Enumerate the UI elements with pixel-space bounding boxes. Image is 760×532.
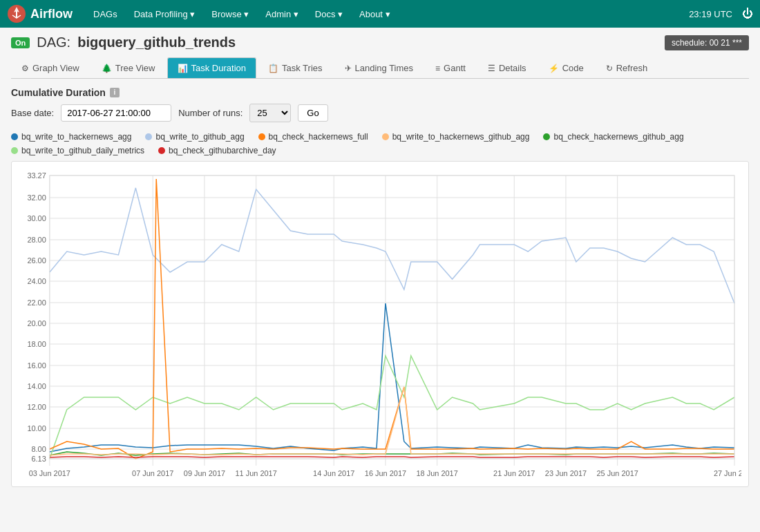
page-content: On DAG: bigquery_github_trends schedule:… [0,28,760,494]
svg-text:16 Jun 2017: 16 Jun 2017 [365,469,406,477]
legend-label-6: bq_write_to_github_daily_metrics [21,146,144,155]
tab-refresh-label: Refresh [616,63,648,73]
task-tries-icon: 📋 [268,64,278,73]
nav-admin[interactable]: Admin ▾ [258,5,305,23]
tab-task-duration[interactable]: 📊 Task Duration [167,57,256,78]
line-check-hackernews-full [50,179,734,459]
details-icon: ☰ [488,64,495,73]
airflow-logo [7,4,26,23]
svg-text:25 Jun 2017: 25 Jun 2017 [597,469,638,477]
nav-dags[interactable]: DAGs [86,5,124,23]
dag-status-badge[interactable]: On [11,37,30,48]
legend-dot-4 [382,133,389,140]
nav-links: DAGs Data Profiling ▾ Browse ▾ Admin ▾ D… [86,5,689,23]
svg-text:14 Jun 2017: 14 Jun 2017 [313,469,354,477]
code-icon: ⚡ [549,64,559,73]
line-chart: text.axis-label { font-size: 11px; fill:… [12,169,741,479]
refresh-icon: ↻ [606,64,613,73]
tab-task-tries-label: Task Tries [282,63,323,73]
section-title: Cumulative Duration i [11,87,749,98]
svg-text:6.13: 6.13 [31,455,46,463]
tab-graph-view-label: Graph View [32,63,79,73]
legend-dot-2 [145,133,152,140]
runs-select[interactable]: 25 10 50 [249,104,291,122]
top-nav: Airflow DAGs Data Profiling ▾ Browse ▾ A… [0,0,760,28]
tab-landing-times[interactable]: ✈ Landing Times [334,57,424,78]
svg-text:28.00: 28.00 [27,236,46,244]
nav-brand[interactable]: Airflow [7,4,73,23]
legend-label-1: bq_write_to_hackernews_agg [21,132,131,142]
legend-dot-7 [158,147,165,154]
gantt-icon: ≡ [435,64,440,73]
dag-name: bigquery_github_trends [77,35,236,50]
dag-prefix: DAG: [37,35,70,50]
legend-label-2: bq_write_to_github_agg [155,132,244,142]
tab-graph-view[interactable]: ⚙ Graph View [11,57,90,78]
chart-container: text.axis-label { font-size: 11px; fill:… [12,169,741,479]
tab-code[interactable]: ⚡ Code [538,57,594,78]
svg-text:11 Jun 2017: 11 Jun 2017 [236,469,277,477]
base-date-label: Base date: [11,108,54,118]
section-title-text: Cumulative Duration [11,87,106,98]
tab-refresh[interactable]: ↻ Refresh [596,57,658,78]
svg-text:26.00: 26.00 [27,256,46,265]
legend-dot-5 [543,133,550,140]
legend-item-2: bq_write_to_github_agg [145,132,244,142]
graph-view-icon: ⚙ [21,64,29,73]
legend-label-4: bq_write_to_hackernews_github_agg [392,132,530,142]
dag-header: On DAG: bigquery_github_trends schedule:… [11,35,749,50]
svg-text:07 Jun 2017: 07 Jun 2017 [132,469,173,477]
svg-text:18.00: 18.00 [27,340,46,348]
svg-text:18 Jun 2017: 18 Jun 2017 [417,469,458,477]
nav-about[interactable]: About ▾ [352,5,397,23]
legend-item-4: bq_write_to_hackernews_github_agg [382,132,530,142]
go-button[interactable]: Go [298,104,327,122]
legend-item-7: bq_check_githubarchive_day [158,146,276,155]
nav-data-profiling[interactable]: Data Profiling ▾ [127,5,202,23]
legend-item-5: bq_check_hackernews_github_agg [543,132,683,142]
tab-details[interactable]: ☰ Details [477,57,537,78]
controls-row: Base date: Number of runs: 25 10 50 Go [11,104,749,122]
tab-task-duration-label: Task Duration [191,63,246,73]
svg-text:30.00: 30.00 [27,214,46,222]
legend-item-3: bq_check_hackernews_full [258,132,368,142]
power-icon[interactable]: ⏻ [742,8,753,20]
runs-label: Number of runs: [178,108,243,118]
task-duration-icon: 📊 [178,64,188,73]
nav-time: 23:19 UTC [689,9,732,19]
tab-task-tries[interactable]: 📋 Task Tries [258,57,333,78]
landing-times-icon: ✈ [345,64,352,73]
tab-bar: ⚙ Graph View 🌲 Tree View 📊 Task Duration… [11,57,749,79]
tree-view-icon: 🌲 [102,64,112,73]
line-check-archive [50,457,734,457]
svg-text:22.00: 22.00 [27,298,46,307]
legend-label-5: bq_check_hackernews_github_agg [553,132,683,142]
line-github-agg [50,188,734,303]
chart-area: text.axis-label { font-size: 11px; fill:… [11,161,749,487]
legend-dot-6 [11,147,18,154]
svg-text:24.00: 24.00 [27,277,46,285]
svg-text:16.00: 16.00 [27,361,46,370]
legend-dot-3 [258,133,265,140]
tab-tree-view-label: Tree View [115,63,155,73]
svg-text:03 Jun 2017: 03 Jun 2017 [29,469,70,477]
svg-text:09 Jun 2017: 09 Jun 2017 [184,469,225,477]
legend-dot-1 [11,133,18,140]
legend-item-6: bq_write_to_github_daily_metrics [11,146,144,155]
legend-label-3: bq_check_hackernews_full [269,132,368,142]
tab-details-label: Details [499,63,526,73]
dag-title-area: On DAG: bigquery_github_trends [11,35,236,50]
svg-text:8.00: 8.00 [31,445,46,453]
legend-label-7: bq_check_githubarchive_day [169,146,276,155]
tab-code-label: Code [562,63,584,73]
svg-text:12.00: 12.00 [27,403,46,411]
nav-browse[interactable]: Browse ▾ [205,5,256,23]
base-date-input[interactable] [61,104,171,122]
svg-text:20.00: 20.00 [27,319,46,327]
nav-docs[interactable]: Docs ▾ [308,5,350,23]
tab-landing-times-label: Landing Times [355,63,414,73]
tab-gantt[interactable]: ≡ Gantt [425,57,476,78]
tab-tree-view[interactable]: 🌲 Tree View [91,57,166,78]
info-icon[interactable]: i [110,88,120,97]
chart-legend: bq_write_to_hackernews_agg bq_write_to_g… [11,132,749,155]
